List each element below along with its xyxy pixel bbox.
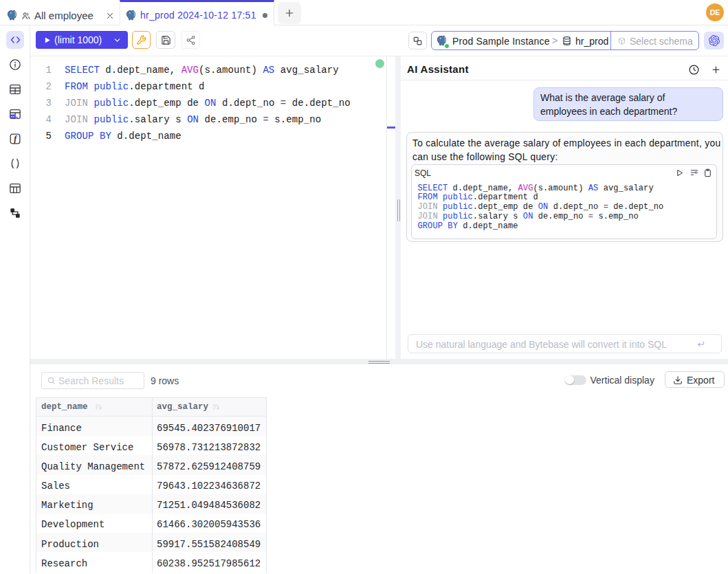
- svg-text:f: f: [14, 135, 17, 144]
